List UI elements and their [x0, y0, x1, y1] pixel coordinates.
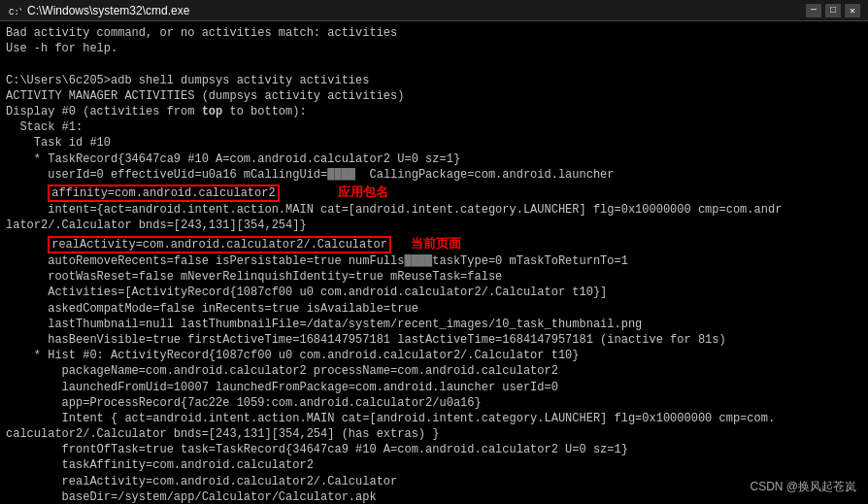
maximize-button[interactable]: □ — [825, 4, 841, 17]
line-19: hasBeenVisible=true firstActiveTime=1684… — [6, 332, 862, 348]
line-2: Use -h for help. — [6, 41, 862, 56]
minimize-button[interactable]: ─ — [806, 4, 821, 17]
line-21: packageName=com.android.calculator2 proc… — [6, 363, 862, 379]
line-17: askedCompatMode=false inRecents=true isA… — [6, 301, 862, 317]
line-9: * TaskRecord{34647ca9 #10 A=com.android.… — [6, 151, 862, 167]
close-button[interactable]: ✕ — [845, 4, 860, 17]
line-12b: lator2/.Calculator bnds=[243,131][354,25… — [6, 218, 862, 233]
line-27: taskAffinity=com.android.calculator2 — [6, 457, 862, 473]
line-11: affinity=com.android.calculator2应用包名 — [6, 183, 862, 202]
line-14: autoRemoveRecents=false isPersistable=tr… — [6, 253, 862, 269]
line-5: ACTIVITY MANAGER ACTIVITIES (dumpsys act… — [6, 88, 862, 104]
line-8: Task id #10 — [6, 135, 862, 151]
window-controls: ─ □ ✕ — [806, 4, 860, 17]
app-package-label: 应用包名 — [338, 185, 388, 199]
watermark: CSDN @换风起苍岚 — [746, 477, 860, 496]
line-20: * Hist #0: ActivityRecord{1087cf00 u0 co… — [6, 348, 862, 363]
terminal-output: Bad activity command, or no activities m… — [0, 21, 868, 504]
line-16: Activities=[ActivityRecord{1087cf00 u0 c… — [6, 285, 862, 300]
affinity-highlight: affinity=com.android.calculator2 — [48, 185, 279, 202]
line-26: frontOfTask=true task=TaskRecord{34647ca… — [6, 442, 862, 457]
current-page-label: 当前页面 — [411, 236, 461, 251]
real-activity-highlight: realActivity=com.android.calculator2/.Ca… — [48, 236, 391, 253]
line-1: Bad activity command, or no activities m… — [6, 25, 862, 41]
line-22: launchedFromUid=10007 launchedFromPackag… — [6, 380, 862, 395]
line-23: app=ProcessRecord{7ac22e 1059:com.androi… — [6, 395, 862, 411]
title-bar: C:\ C:\Windows\system32\cmd.exe ─ □ ✕ — [0, 0, 868, 21]
line-15: rootWasReset=false mNeverRelinquishIdent… — [6, 269, 862, 285]
line-12: intent={act=android.intent.action.MAIN c… — [6, 202, 862, 218]
line-13: realActivity=com.android.calculator2/.Ca… — [6, 234, 862, 253]
line-28: realActivity=com.android.calculator2/.Ca… — [6, 474, 862, 489]
line-4: C:\Users\6c205>adb shell dumpsys activit… — [6, 73, 862, 88]
line-18: lastThumbnail=null lastThumbnailFile=/da… — [6, 317, 862, 332]
line-3 — [6, 56, 862, 72]
line-25: calculator2/.Calculator bnds=[243,131][3… — [6, 426, 862, 442]
line-7: Stack #1: — [6, 119, 862, 135]
cmd-icon: C:\ — [8, 4, 21, 17]
line-10: userId=0 effectiveUid=u0a16 mCallingUid=… — [6, 167, 862, 183]
svg-text:C:\: C:\ — [9, 8, 21, 17]
line-6: Display #0 (activities from top to botto… — [6, 104, 862, 119]
window-title: C:\Windows\system32\cmd.exe — [27, 4, 806, 17]
line-24: Intent { act=android.intent.action.MAIN … — [6, 411, 862, 426]
line-29: baseDir=/system/app/Calculator/Calculato… — [6, 489, 862, 504]
